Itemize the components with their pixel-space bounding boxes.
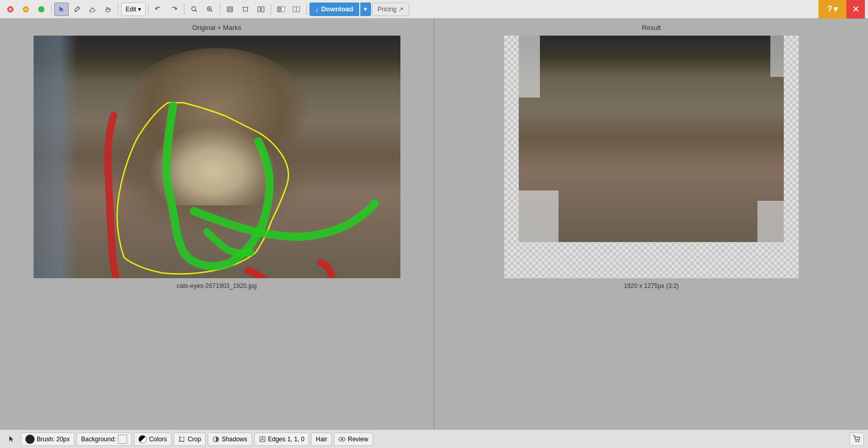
crop-icon: [178, 436, 185, 443]
close-button[interactable]: ✕: [846, 0, 865, 19]
right-panel: Result 1920 x 1275px (3:2): [435, 19, 868, 429]
fullscreen-button[interactable]: [34, 3, 49, 16]
svg-rect-18: [258, 7, 260, 12]
svg-point-7: [192, 7, 196, 11]
pricing-label: Pricing: [378, 6, 397, 13]
pricing-button[interactable]: Pricing ↗: [372, 3, 410, 16]
toggle-view2-button[interactable]: [289, 3, 304, 16]
minimize-button[interactable]: [19, 3, 33, 16]
left-panel-title: Original + Marks: [192, 24, 241, 31]
svg-point-31: [341, 438, 343, 440]
svg-rect-15: [243, 7, 247, 11]
separator-2: [118, 4, 118, 15]
help-arrow: ▾: [833, 4, 838, 14]
hair-label: Hair: [316, 436, 327, 443]
edges-button[interactable]: Edges 1, 1, 0: [254, 433, 309, 446]
edit-arrow: ▾: [138, 6, 141, 13]
separator-3: [148, 4, 149, 15]
background-button[interactable]: Background:: [76, 433, 132, 446]
original-image-container: [34, 36, 400, 278]
svg-point-33: [858, 441, 860, 442]
edit-label: Edit: [126, 6, 136, 13]
svg-rect-19: [261, 7, 264, 12]
svg-rect-21: [282, 7, 285, 12]
review-icon: [338, 436, 346, 443]
brush-label: Brush: 20px: [37, 436, 70, 443]
download-icon: ↓: [315, 5, 319, 13]
edit-button[interactable]: Edit ▾: [121, 3, 146, 16]
right-fileinfo: 1920 x 1275px (3:2): [624, 282, 679, 290]
download-dropdown-button[interactable]: ▾: [360, 3, 371, 16]
split-view-button[interactable]: [254, 3, 268, 16]
download-label: Download: [321, 5, 353, 13]
colors-icon: [138, 435, 147, 443]
crop-button[interactable]: Crop: [174, 433, 206, 446]
zoom-fit-button[interactable]: [187, 3, 202, 16]
svg-line-10: [211, 10, 212, 12]
shadows-label: Shadows: [222, 436, 247, 443]
separator-6: [271, 4, 271, 15]
select-tool-button[interactable]: [54, 3, 69, 16]
eraser-tool-button[interactable]: [85, 3, 100, 16]
colors-button[interactable]: Colors: [134, 433, 172, 446]
undo-button[interactable]: [151, 3, 166, 16]
close-icon: ✕: [852, 4, 860, 15]
undo-close-button[interactable]: [3, 3, 18, 16]
redo-button[interactable]: [167, 3, 181, 16]
actual-size-button[interactable]: [238, 3, 253, 16]
cart-icon: [853, 435, 861, 443]
top-toolbar: Edit ▾: [0, 0, 868, 19]
svg-line-8: [195, 10, 197, 12]
hand-tool-button[interactable]: [101, 3, 115, 16]
left-panel: Original + Marks: [0, 19, 435, 429]
shadows-icon: [212, 436, 220, 443]
edges-icon: [259, 436, 266, 443]
bottom-toolbar: Brush: 20px Background: Colors Crop Shad…: [0, 429, 868, 448]
svg-rect-20: [277, 7, 281, 12]
toggle-view-button[interactable]: [274, 3, 288, 16]
shadows-button[interactable]: Shadows: [208, 433, 252, 446]
pricing-external-icon: ↗: [398, 6, 404, 13]
top-right-buttons: ? ▾ ✕: [818, 0, 865, 19]
hair-button[interactable]: Hair: [311, 433, 332, 446]
review-label: Review: [348, 436, 368, 443]
left-filename: cats-eyes-2671903_1920.jpg: [177, 282, 257, 290]
fit-view-button[interactable]: [223, 3, 237, 16]
help-button[interactable]: ? ▾: [818, 0, 846, 19]
svg-rect-14: [228, 8, 231, 11]
crop-label: Crop: [188, 436, 201, 443]
zoom-in-button[interactable]: [203, 3, 217, 16]
main-content: Original + Marks: [0, 19, 868, 429]
background-color-box: [118, 435, 127, 444]
review-button[interactable]: Review: [334, 433, 373, 446]
cursor-tool-btn[interactable]: [4, 433, 19, 446]
result-image-container: [504, 36, 799, 278]
svg-line-6: [78, 7, 80, 8]
cart-button[interactable]: [849, 433, 864, 446]
paint-brush-button[interactable]: [70, 3, 84, 16]
edges-label: Edges 1, 1, 0: [268, 436, 305, 443]
svg-point-5: [38, 6, 44, 12]
right-panel-title: Result: [642, 24, 661, 31]
download-button[interactable]: ↓ Download: [309, 3, 359, 16]
separator-1: [51, 4, 52, 15]
separator-5: [220, 4, 220, 15]
svg-point-32: [856, 441, 857, 442]
download-dropdown-arrow: ▾: [364, 5, 367, 13]
background-label: Background:: [81, 436, 116, 443]
help-label: ?: [827, 5, 832, 14]
colors-label: Colors: [149, 436, 167, 443]
brush-indicator: [25, 435, 35, 444]
separator-7: [306, 4, 307, 15]
brush-size-button[interactable]: Brush: 20px: [21, 433, 74, 446]
separator-4: [184, 4, 184, 15]
